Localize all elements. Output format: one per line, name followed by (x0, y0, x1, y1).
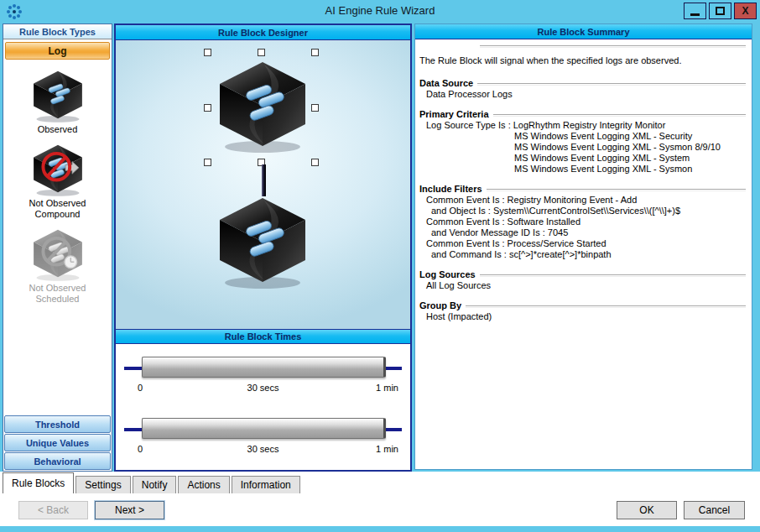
rule-block-designer-header: Rule Block Designer (116, 25, 410, 40)
footer-bar: Rule Blocks Settings Notify Actions Info… (0, 472, 760, 526)
rule-block-summary-panel: Rule Block Summary The Rule Block will s… (414, 23, 752, 470)
type-item-not-observed-scheduled: Not Observed Scheduled (3, 225, 112, 305)
rule-block-1-cube[interactable] (212, 54, 313, 154)
observed-cube-icon (29, 66, 86, 123)
type-item-label: Observed (18, 124, 98, 135)
minimize-icon (690, 13, 700, 16)
type-item-label: Not Observed Compound (18, 198, 98, 220)
section-line: Common Event Is : Software Installed (419, 216, 746, 227)
slider2-max-label: 1 min (376, 444, 398, 454)
rule-block-times-header: Rule Block Times (116, 329, 410, 344)
designer-canvas[interactable] (116, 40, 410, 329)
tab-actions[interactable]: Actions (178, 476, 229, 493)
summary-section-data-source: Data Source Data Processor Logs (419, 78, 746, 100)
section-title: Log Sources (419, 269, 476, 280)
section-line: Common Event Is : Process/Service Starte… (419, 238, 746, 249)
behavioral-category-button[interactable]: Behavioral (4, 452, 111, 470)
type-item-label: Not Observed Scheduled (18, 283, 98, 305)
selection-handle[interactable] (204, 49, 211, 56)
section-line: All Log Sources (419, 280, 746, 291)
section-line: MS Windows Event Logging XML - Security (419, 131, 746, 142)
not-observed-compound-cube-icon (29, 140, 86, 197)
slider2-mid-label: 30 secs (116, 444, 410, 454)
section-line: Data Processor Logs (419, 89, 746, 100)
section-line: and Command Is : sc[^>]*create[^>]*binpa… (419, 249, 746, 260)
tab-notify[interactable]: Notify (133, 476, 177, 493)
rule-block-designer-panel: Rule Block Designer Rule Block Times 0 3… (114, 23, 412, 472)
rule-block-times-area: 0 30 secs 1 min 0 30 secs 1 min (116, 344, 410, 470)
maximize-icon (716, 7, 725, 15)
selection-handle[interactable] (204, 159, 211, 166)
summary-divider (480, 45, 746, 48)
close-button[interactable]: X (734, 3, 757, 19)
threshold-category-button[interactable]: Threshold (4, 415, 111, 433)
section-divider (466, 305, 746, 308)
section-divider (480, 274, 746, 277)
ok-button[interactable]: OK (617, 501, 677, 519)
section-title: Include Filters (419, 184, 482, 195)
section-line: Common Event Is : Registry Monitoring Ev… (419, 195, 746, 206)
summary-intro-text: The Rule Block will signal when the spec… (419, 55, 746, 66)
unique-values-category-button[interactable]: Unique Values (4, 434, 111, 451)
tab-bar: Rule Blocks Settings Notify Actions Info… (3, 472, 302, 493)
section-title: Primary Criteria (419, 109, 489, 120)
section-line: MS Windows Event Logging XML - System (419, 153, 746, 164)
summary-section-primary-criteria: Primary Criteria Log Source Type Is : Lo… (419, 109, 746, 175)
minimize-button[interactable] (684, 3, 706, 19)
section-line: Log Source Type Is : LogRhythm Registry … (419, 120, 746, 131)
title-bar: AI Engine Rule Wizard X (0, 0, 760, 23)
section-line: and Vendor Message ID Is : 7045 (419, 227, 746, 238)
tab-settings[interactable]: Settings (75, 476, 130, 493)
section-divider (487, 189, 746, 191)
summary-section-include-filters: Include Filters Common Event Is : Regist… (419, 184, 746, 260)
section-title: Group By (419, 300, 461, 311)
log-category-button[interactable]: Log (5, 42, 110, 60)
back-button[interactable]: < Back (18, 501, 88, 519)
rule-block-2-cube[interactable] (212, 190, 313, 290)
type-item-observed[interactable]: Observed (3, 66, 112, 135)
selection-handle[interactable] (204, 104, 211, 112)
rule-block-summary-body: The Rule Block will signal when the spec… (415, 39, 752, 469)
close-icon: X (742, 5, 748, 17)
ai-engine-rule-wizard-window: AI Engine Rule Wizard X Rule Block Types… (0, 0, 760, 532)
rule-block-types-panel: Rule Block Types Log Observed Not Observ… (3, 23, 112, 472)
rule-block-types-header: Rule Block Types (3, 24, 112, 39)
window-controls: X (681, 3, 757, 19)
section-line: Host (Impacted) (419, 311, 746, 322)
section-divider (493, 114, 746, 117)
section-line: MS Windows Event Logging XML - Sysmon 8/… (419, 142, 746, 153)
summary-section-group-by: Group By Host (Impacted) (419, 300, 746, 322)
section-divider (477, 83, 746, 86)
slider1-mid-label: 30 secs (116, 383, 410, 393)
not-observed-scheduled-cube-icon (29, 225, 86, 282)
next-button[interactable]: Next > (95, 501, 164, 519)
rule-block-summary-header: Rule Block Summary (415, 24, 752, 39)
section-line: MS Windows Event Logging XML - Sysmon (419, 164, 746, 175)
cancel-button[interactable]: Cancel (684, 501, 745, 519)
tab-information[interactable]: Information (232, 476, 300, 493)
window-title: AI Engine Rule Wizard (0, 4, 760, 17)
maximize-button[interactable] (709, 3, 731, 19)
time-slider-range-2[interactable] (142, 418, 386, 439)
section-line: and Object Is : System\\CurrentControlSe… (419, 206, 746, 216)
type-item-not-observed-compound[interactable]: Not Observed Compound (3, 140, 112, 220)
summary-section-log-sources: Log Sources All Log Sources (419, 269, 746, 291)
time-slider-range-1[interactable] (142, 357, 386, 378)
slider1-max-label: 1 min (376, 383, 398, 393)
selection-handle[interactable] (311, 159, 319, 166)
rule-block-type-list: Observed Not Observed Compound (3, 61, 112, 415)
tab-rule-blocks[interactable]: Rule Blocks (3, 472, 74, 493)
section-title: Data Source (419, 78, 473, 89)
